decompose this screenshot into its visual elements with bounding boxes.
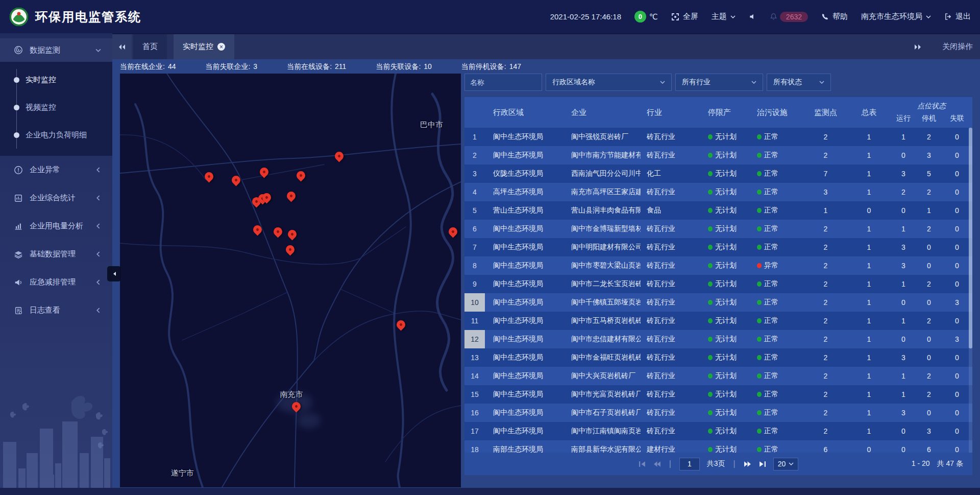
cell-produce-status: 无计划 [699, 404, 750, 422]
table-row[interactable]: 8阆中生态环境局阆中市枣碧大梁山页岩砖瓦行业无计划异常21300 [464, 256, 972, 275]
table-row[interactable]: 16阆中生态环境局阆中市石子页岩机砖厂砖瓦行业无计划正常21300 [464, 404, 972, 422]
status-dot-icon [757, 208, 762, 213]
sidebar-item-data-monitor[interactable]: 数据监测 [0, 38, 112, 62]
page-number-input[interactable] [679, 458, 700, 470]
sidebar-item-base-data[interactable]: 基础数据管理 [0, 240, 112, 268]
prev-page-button[interactable] [653, 461, 661, 467]
col-company-header[interactable]: 企业 [564, 97, 641, 128]
table-row[interactable]: 12阆中生态环境局阆中市忠信建材有限公砖瓦行业无计划正常21003 [464, 330, 972, 348]
produce-status-label: 无计划 [715, 408, 737, 417]
cell-industry: 砖瓦行业 [641, 146, 699, 164]
table-row[interactable]: 5营山生态环境局营山县润丰肉食品有限食品无计划正常10010 [464, 201, 972, 220]
tab-realtime[interactable]: 实时监控× [174, 34, 234, 59]
table-row[interactable]: 1阆中生态环境局阆中强锐页岩砖厂砖瓦行业无计划正常21120 [464, 128, 972, 146]
col-run-header[interactable]: 运行 [891, 114, 916, 123]
next-page-button[interactable] [744, 461, 751, 467]
table-row[interactable]: 15阆中生态环境局阆中市光富页岩机砖厂砖瓦行业无计划正常21120 [464, 385, 972, 404]
scrollbar-thumb[interactable] [969, 128, 972, 348]
table-row[interactable]: 11阆中生态环境局阆中市五马桥页岩机砖砖瓦行业无计划正常21120 [464, 312, 972, 330]
org-menu[interactable]: 南充市生态环境局 [861, 12, 931, 21]
last-page-button[interactable] [758, 461, 766, 467]
table-row[interactable]: 9阆中生态环境局阆中市二龙长宝页岩砖砖瓦行业无计划正常21120 [464, 275, 972, 293]
cell-produce-status: 无计划 [699, 312, 750, 330]
cell-monitor-count: 2 [804, 146, 847, 164]
cell-facility-status: 正常 [750, 385, 804, 404]
col-industry-header[interactable]: 行业 [641, 97, 699, 128]
cell-industry: 砖瓦行业 [641, 238, 699, 256]
col-monitor-header[interactable]: 监测点 [804, 97, 847, 128]
sidebar-subitem[interactable]: 视频监控 [0, 93, 112, 121]
cell-industry: 砖瓦行业 [641, 220, 699, 238]
phone-icon [821, 13, 829, 20]
produce-status-label: 无计划 [715, 390, 737, 399]
logout-button[interactable]: 退出 [944, 12, 971, 21]
pagination: | 共3页 | 20 1 - 20 [464, 453, 972, 475]
cell-facility-status: 正常 [750, 440, 804, 453]
name-filter-input[interactable] [464, 74, 542, 91]
col-lost-header[interactable]: 失联 [942, 114, 972, 123]
help-button[interactable]: 帮助 [821, 12, 848, 21]
facility-status-label: 正常 [764, 427, 778, 436]
status-filter-select[interactable]: 所有状态 [767, 74, 831, 91]
sound-button[interactable] [749, 13, 756, 20]
tabs-scroll-left-button[interactable] [112, 34, 132, 59]
cell-industry: 砖瓦行业 [641, 348, 699, 367]
table-row[interactable]: 18南部生态环境局南部县新华水泥有限公建材行业无计划正常60060 [464, 440, 972, 453]
table-row[interactable]: 3仪陇生态环境局西南油气田分公司川中化工无计划正常71350 [464, 164, 972, 183]
sidebar-collapse-handle[interactable] [107, 266, 121, 281]
sidebar-item-emergency-reduction[interactable]: 应急减排管理 [0, 268, 112, 296]
tab-close-icon[interactable]: × [217, 43, 225, 51]
cell-facility-status: 正常 [750, 275, 804, 293]
sidebar-item-company-statistics[interactable]: 企业综合统计 [0, 184, 112, 212]
sidebar-subitem[interactable]: 企业电力负荷明细 [0, 121, 112, 149]
theme-menu[interactable]: 主题 [712, 12, 736, 21]
cell-stop-count: 0 [916, 330, 942, 348]
map-panel[interactable]: 巴中市南充市遂宁市 [120, 74, 461, 487]
cell-lost-count: 0 [942, 146, 972, 164]
region-filter-select[interactable]: 行政区域名称 [546, 74, 672, 91]
status-dot-icon [757, 355, 762, 360]
tab-label: 实时监控 [183, 42, 213, 52]
close-operations-button[interactable]: 关闭操作 [942, 42, 973, 52]
table-row[interactable]: 10阆中生态环境局阆中千佛镇五郎垭页岩砖瓦行业无计划正常21003 [464, 293, 972, 312]
tabbar-right: 关闭操作 [909, 34, 973, 59]
col-facility-header[interactable]: 治污设施 [750, 97, 804, 128]
cell-industry: 砖瓦行业 [641, 312, 699, 330]
table-row[interactable]: 2阆中生态环境局阆中市南方节能建材有砖瓦行业无计划正常21030 [464, 146, 972, 164]
sidebar-item-power-analysis[interactable]: 企业用电量分析 [0, 212, 112, 240]
col-total-header[interactable]: 总表 [847, 97, 891, 128]
cell-stop-count: 0 [916, 256, 942, 275]
sidebar-subitem[interactable]: 实时监控 [0, 66, 112, 93]
cell-total-count: 1 [847, 128, 891, 146]
cell-lost-count: 0 [942, 220, 972, 238]
stat-label: 当前失联企业: [205, 62, 250, 72]
status-dot-icon [708, 190, 713, 195]
status-dot-icon [757, 318, 762, 323]
notifications-button[interactable]: 2632 [770, 12, 808, 22]
sidebar-item-log-view[interactable]: 日志查看 [0, 296, 112, 324]
table-row[interactable]: 17阆中生态环境局阆中市江南镇阆南页岩砖瓦行业无计划正常21030 [464, 422, 972, 440]
table-row[interactable]: 6阆中生态环境局阆中市金博瑞新型墙材砖瓦行业无计划正常21120 [464, 220, 972, 238]
table-scrollbar[interactable] [969, 128, 972, 453]
sidebar-item-label: 企业综合统计 [30, 193, 95, 203]
page-size-select[interactable]: 20 [773, 458, 799, 470]
table-row[interactable]: 13阆中生态环境局阆中市金福旺页岩机砖砖瓦行业无计划正常21300 [464, 348, 972, 367]
cell-produce-status: 无计划 [699, 330, 750, 348]
table-row[interactable]: 7阆中生态环境局阆中明阳建材有限公司砖瓦行业无计划正常21300 [464, 238, 972, 256]
sidebar-subitem-label: 视频监控 [26, 103, 56, 112]
sidebar-item-company-abnormal[interactable]: 企业异常 [0, 156, 112, 184]
chevron-left-icon [95, 279, 101, 285]
tab-home[interactable]: 首页 [133, 34, 167, 59]
col-region-header[interactable]: 行政区域 [485, 97, 564, 128]
cell-produce-status: 无计划 [699, 275, 750, 293]
cell-produce-status: 无计划 [699, 146, 750, 164]
industry-filter-select[interactable]: 所有行业 [675, 74, 763, 91]
first-page-button[interactable] [639, 461, 646, 467]
col-produce-header[interactable]: 停限产 [699, 97, 750, 128]
table-row[interactable]: 4高坪生态环境局南充市高坪区王家店建砖瓦行业无计划正常31220 [464, 183, 972, 201]
col-stop-header[interactable]: 停机 [916, 114, 942, 123]
company-table: 行政区域 企业 行业 停限产 治污设施 监测点 总表 点位状态 [464, 97, 972, 453]
table-row[interactable]: 14阆中生态环境局阆中大兴页岩机砖厂砖瓦行业无计划正常21120 [464, 367, 972, 385]
tabs-scroll-right-button[interactable] [909, 44, 926, 50]
fullscreen-button[interactable]: 全屏 [671, 12, 698, 21]
